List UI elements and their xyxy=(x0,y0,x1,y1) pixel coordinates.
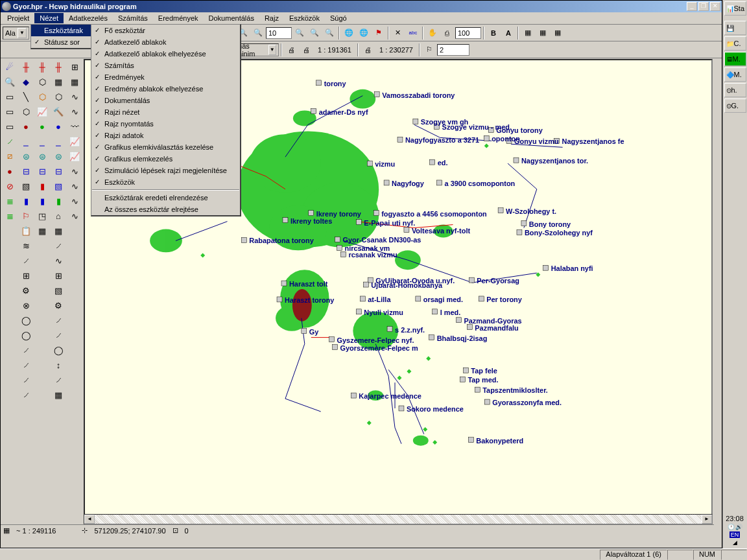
tool-d5[interactable]: ● xyxy=(51,119,65,134)
scroll-left-button[interactable]: ◄ xyxy=(84,515,95,524)
tool-d21[interactable]: ↕ xyxy=(51,358,65,372)
tool-b11[interactable]: ⚐ xyxy=(19,209,33,223)
task-btn-4[interactable]: 🔷M. xyxy=(724,67,746,82)
menu-szamitas[interactable]: Számítás xyxy=(113,13,153,23)
task-btn-6[interactable]: ⊙G. xyxy=(724,99,746,113)
tool-c8[interactable]: ⊟ xyxy=(35,164,49,178)
menu-sugo[interactable]: Súgó xyxy=(325,13,352,23)
tool-a3[interactable]: ▭ xyxy=(3,89,17,104)
task-btn-1[interactable]: 💾 xyxy=(724,21,746,35)
mi-toolbar-11[interactable]: ✓Grafikus elemkezelés xyxy=(91,153,240,165)
print3-icon[interactable]: 🖨 xyxy=(361,43,375,57)
print-value-input[interactable] xyxy=(455,27,481,39)
print-scale-icon[interactable]: ⎙ xyxy=(440,26,455,40)
tool-d14[interactable]: ∿ xyxy=(51,253,65,268)
tool-e6[interactable]: 📈 xyxy=(67,134,82,148)
palette2-icon[interactable]: ▦ xyxy=(536,26,550,40)
minimize-button[interactable]: _ xyxy=(687,2,697,11)
tool-c6[interactable]: ⎯ xyxy=(35,134,49,148)
tool-a2[interactable]: 🔍 xyxy=(3,75,17,89)
palette1-icon[interactable]: ▦ xyxy=(521,26,535,40)
tool-b21[interactable]: ⟋ xyxy=(19,358,33,372)
tool-c11[interactable]: ◳ xyxy=(35,209,49,223)
tool-c3[interactable]: ⬡ xyxy=(35,89,49,104)
mi-toolbar-0[interactable]: ✓Fő eszköztár xyxy=(91,25,240,36)
tool-e3[interactable]: ∿ xyxy=(67,89,82,104)
tool-d22[interactable]: ⟋ xyxy=(51,373,65,387)
tool-d18[interactable]: ⟋ xyxy=(51,313,65,327)
tool-e5[interactable]: 〰 xyxy=(67,119,82,134)
mi-toolbar-6[interactable]: ✓Dokumentálás xyxy=(91,95,240,106)
tool-d15[interactable]: ⊞ xyxy=(51,268,65,283)
task-btn-0[interactable]: 📊Sta xyxy=(724,1,746,16)
tool-b13[interactable]: ≋ xyxy=(19,239,33,253)
close-button[interactable]: ✕ xyxy=(710,2,720,11)
tool-b20[interactable]: ⟋ xyxy=(19,343,33,357)
mi-toolbar-10[interactable]: ✓Grafikus elemkiválasztás kezelése xyxy=(91,141,240,153)
task-btn-5[interactable]: ⊙h. xyxy=(724,83,746,97)
globe-icon[interactable]: 🌐 xyxy=(357,26,371,40)
tool-a10[interactable]: ≣ xyxy=(3,194,17,208)
tool-e4[interactable]: ∿ xyxy=(67,104,82,119)
tool-c2[interactable]: ⬡ xyxy=(35,75,49,89)
tool-b10[interactable]: ▮ xyxy=(19,194,33,208)
tool-b6[interactable]: ⎯ xyxy=(19,134,33,148)
tool-b16[interactable]: ⚙ xyxy=(19,283,33,298)
tool-c10[interactable]: ▮ xyxy=(35,194,49,208)
mi-footer-0[interactable]: Eszköztárak eredeti elrendezése xyxy=(91,192,240,204)
mi-toolbar-13[interactable]: ✓Eszközök xyxy=(91,176,240,188)
tool-b5[interactable]: ● xyxy=(19,119,33,134)
tool-d8[interactable]: ⊟ xyxy=(51,164,65,178)
tool-b9[interactable]: ▧ xyxy=(19,179,33,193)
mi-toolbar-7[interactable]: ✓Rajzi nézet xyxy=(91,106,240,118)
palette3-icon[interactable]: ▦ xyxy=(551,26,565,40)
combo-ala[interactable]: Ala▼ xyxy=(3,27,29,40)
menu-projekt[interactable]: Projekt xyxy=(2,13,34,23)
tool-d3[interactable]: ⬡ xyxy=(51,89,65,104)
tool-c9[interactable]: ▮ xyxy=(35,179,49,193)
h-scrollbar[interactable]: ◄ ► xyxy=(84,514,713,524)
zoom-value-input[interactable] xyxy=(266,27,292,39)
task-btn-3[interactable]: 🖥M. xyxy=(724,52,746,66)
menu-eredmenyek[interactable]: Eredmények xyxy=(153,13,204,23)
tool-e11[interactable]: ∿ xyxy=(67,209,82,223)
tool-d4[interactable]: 🔨 xyxy=(51,104,65,119)
tool-d11[interactable]: ⌂ xyxy=(51,209,65,223)
menu-adatkezeles[interactable]: Adatkezelés xyxy=(64,13,113,23)
tool-b2[interactable]: ◆ xyxy=(19,75,33,89)
tool-d13[interactable]: ⟋ xyxy=(51,239,65,253)
bold-icon[interactable]: B xyxy=(486,26,501,40)
print2-icon[interactable]: 🖨 xyxy=(299,43,313,57)
tool-d2[interactable]: ▦ xyxy=(51,75,65,89)
tool-b1[interactable]: ╫ xyxy=(19,60,33,74)
tool-b23[interactable]: ⟋ xyxy=(19,388,33,402)
tool-c7[interactable]: ⊜ xyxy=(35,149,49,163)
menu-rajz[interactable]: Rajz xyxy=(259,13,284,23)
mi-toolbar-4[interactable]: ✓Eredmények xyxy=(91,71,240,83)
tool-b12[interactable]: 📋 xyxy=(19,224,33,238)
tool-c5[interactable]: ● xyxy=(35,119,49,134)
mi-toolbar-3[interactable]: ✓Számítás xyxy=(91,60,240,71)
maximize-button[interactable]: ❐ xyxy=(698,2,709,11)
tool-b3[interactable]: ╲ xyxy=(19,89,33,104)
font-icon[interactable]: A xyxy=(501,26,516,40)
tool-d10[interactable]: ▮ xyxy=(51,194,65,208)
tool-a8[interactable]: ● xyxy=(3,164,17,178)
tool-b8[interactable]: ⊟ xyxy=(19,164,33,178)
menu-nezet[interactable]: Nézet xyxy=(34,13,64,23)
mi-toolbar-5[interactable]: ✓Eredmény ablakok elhelyezése xyxy=(91,83,240,95)
tool-a1[interactable]: ☄ xyxy=(3,60,17,74)
tool-c1[interactable]: ╫ xyxy=(35,60,49,74)
tool-b22[interactable]: ⟋ xyxy=(19,373,33,387)
tool-d9[interactable]: ▧ xyxy=(51,179,65,193)
print-icon[interactable]: 🖨 xyxy=(284,43,298,57)
tool-a6[interactable]: ⟋ xyxy=(3,134,17,148)
globe-refresh-icon[interactable]: 🌐 xyxy=(342,26,356,40)
tool-a9[interactable]: ⊘ xyxy=(3,179,17,193)
scroll-right-button[interactable]: ► xyxy=(702,515,712,524)
tool-e7[interactable]: 📈 xyxy=(67,149,82,163)
mi-toolbar-8[interactable]: ✓Rajz nyomtatás xyxy=(91,118,240,130)
tool-d7[interactable]: ⊜ xyxy=(51,149,65,163)
tool-a7[interactable]: ⧄ xyxy=(3,149,17,163)
tool-b15[interactable]: ⊞ xyxy=(19,268,33,283)
